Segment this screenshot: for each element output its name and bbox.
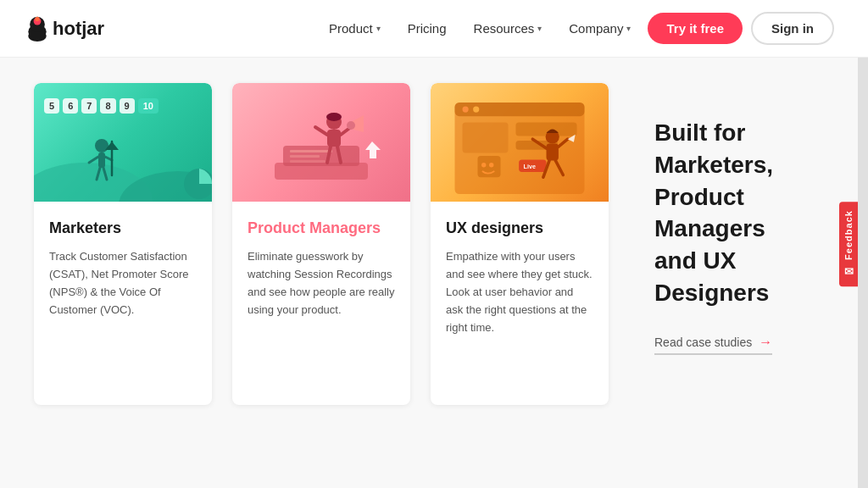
marketers-card-image: 5 6 7 8 9 10	[34, 83, 212, 202]
nav-resources[interactable]: Resources ▾	[474, 21, 542, 36]
sign-in-button[interactable]: Sign in	[751, 12, 834, 45]
svg-point-8	[95, 139, 108, 152]
right-content: Built for Marketers, Product Managers an…	[629, 83, 834, 355]
feedback-email-icon: ✉	[844, 265, 854, 278]
ux-designers-title: UX designers	[446, 219, 593, 238]
marketers-title: Marketers	[49, 219, 197, 238]
right-title: Built for Marketers, Product Managers an…	[654, 117, 809, 309]
product-managers-title: Product Managers	[248, 219, 395, 238]
svg-rect-24	[327, 130, 341, 147]
svg-point-34	[473, 107, 479, 113]
svg-rect-35	[463, 122, 509, 152]
svg-point-48	[481, 163, 486, 167]
product-managers-description: Eliminate guesswork by watching Session …	[248, 248, 395, 319]
svg-point-27	[347, 121, 355, 130]
main-content: 5 6 7 8 9 10	[0, 58, 868, 430]
logo[interactable]: hotjar	[25, 15, 104, 42]
svg-text:Live: Live	[524, 163, 536, 170]
product-managers-card-body: Product Managers Eliminate guesswork by …	[232, 202, 410, 319]
arrow-right-icon: →	[759, 335, 772, 350]
svg-point-49	[489, 163, 493, 167]
ux-designers-description: Empathize with your users and see where …	[446, 248, 593, 336]
svg-rect-20	[290, 160, 326, 163]
svg-rect-9	[98, 152, 105, 168]
resources-chevron-icon: ▾	[537, 24, 542, 33]
ux-designers-card-body: UX designers Empathize with your users a…	[431, 202, 609, 336]
marketers-card: 5 6 7 8 9 10	[34, 83, 212, 405]
header: hotjar Product ▾ Pricing Resources ▾ Com…	[0, 0, 868, 58]
case-studies-link[interactable]: Read case studies →	[654, 335, 772, 355]
svg-rect-19	[290, 155, 320, 158]
svg-line-25	[315, 127, 327, 135]
logo-text: hotjar	[53, 18, 104, 40]
nav-pricing[interactable]: Pricing	[408, 21, 447, 36]
main-nav: Product ▾ Pricing Resources ▾ Company ▾	[329, 21, 631, 36]
svg-point-33	[463, 107, 469, 113]
scrollbar[interactable]	[858, 0, 868, 488]
marketers-description: Track Customer Satisfaction (CSAT), Net …	[49, 248, 197, 319]
svg-rect-41	[547, 144, 559, 161]
feedback-label: Feedback	[843, 210, 854, 260]
svg-line-10	[89, 157, 98, 163]
nav-company[interactable]: Company ▾	[569, 21, 631, 36]
feedback-tab[interactable]: Feedback ✉	[839, 202, 858, 286]
ux-designers-card: Live U	[431, 83, 609, 405]
company-chevron-icon: ▾	[626, 24, 631, 33]
svg-point-4	[35, 16, 39, 20]
try-it-free-button[interactable]: Try it free	[648, 13, 743, 44]
ux-designers-card-image: Live	[431, 83, 609, 202]
svg-rect-23	[330, 114, 338, 118]
marketers-card-body: Marketers Track Customer Satisfaction (C…	[34, 202, 212, 319]
product-managers-card: Product Managers Eliminate guesswork by …	[232, 83, 410, 405]
product-chevron-icon: ▾	[376, 24, 381, 33]
case-studies-label: Read case studies	[654, 336, 752, 349]
product-managers-card-image	[232, 83, 410, 202]
svg-marker-30	[365, 141, 381, 158]
svg-rect-18	[290, 150, 332, 152]
nav-product[interactable]: Product ▾	[329, 21, 381, 36]
